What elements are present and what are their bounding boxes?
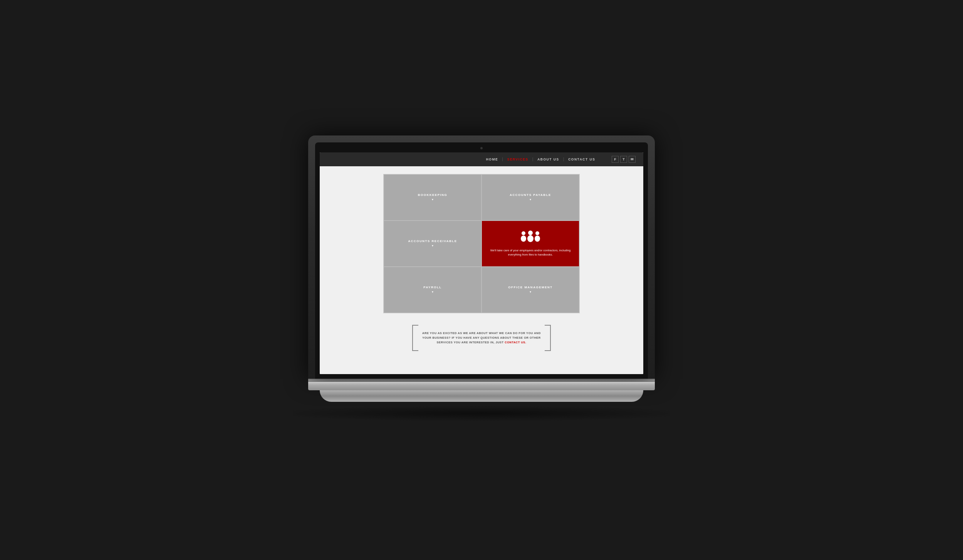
nav-home[interactable]: HOME <box>482 157 502 161</box>
laptop-outer: HOME | SERVICES | ABOUT US | CONTACT US … <box>308 135 655 379</box>
services-grid: BOOKKEEPING ▾ ACCOUNTS PAYABLE ▾ ACCOUNT… <box>383 174 580 313</box>
nav-about[interactable]: ABOUT US <box>534 157 563 161</box>
camera-dot <box>480 147 483 149</box>
nav-bar: HOME | SERVICES | ABOUT US | CONTACT US … <box>320 152 643 166</box>
office-management-arrow: ▾ <box>530 290 531 294</box>
cta-text: ARE YOU AS EXCITED AS WE ARE ABOUT WHAT … <box>421 331 542 345</box>
service-hr[interactable]: We'll take care of your employees and/or… <box>482 221 579 267</box>
laptop-scene: HOME | SERVICES | ABOUT US | CONTACT US … <box>308 135 655 425</box>
email-icon[interactable]: ✉ <box>629 156 636 163</box>
bookkeeping-label: BOOKKEEPING <box>418 193 448 197</box>
nav-services[interactable]: SERVICES <box>503 157 532 161</box>
office-management-label: OFFICE MANAGEMENT <box>508 286 552 289</box>
service-accounts-receivable[interactable]: ACCOUNTS RECEIVABLE ▾ <box>384 221 482 267</box>
accounts-payable-label: ACCOUNTS PAYABLE <box>510 193 551 197</box>
accounts-receivable-arrow: ▾ <box>432 244 433 247</box>
nav-links: HOME | SERVICES | ABOUT US | CONTACT US <box>470 157 612 161</box>
main-content: BOOKKEEPING ▾ ACCOUNTS PAYABLE ▾ ACCOUNT… <box>320 166 643 374</box>
cta-block: ARE YOU AS EXCITED AS WE ARE ABOUT WHAT … <box>412 325 551 351</box>
accounts-receivable-label: ACCOUNTS RECEIVABLE <box>408 239 457 243</box>
payroll-arrow: ▾ <box>432 290 433 294</box>
laptop-foot <box>320 390 643 402</box>
hr-description: We'll take care of your employees and/or… <box>482 249 579 257</box>
svg-point-1 <box>521 236 526 242</box>
facebook-icon[interactable]: F <box>612 156 619 163</box>
screen: HOME | SERVICES | ABOUT US | CONTACT US … <box>320 152 643 374</box>
cta-contact-link[interactable]: CONTACT US. <box>505 341 526 344</box>
svg-point-5 <box>535 236 540 242</box>
payroll-label: PAYROLL <box>423 286 441 289</box>
laptop-base <box>308 382 655 390</box>
svg-point-2 <box>528 231 533 235</box>
service-payroll[interactable]: PAYROLL ▾ <box>384 267 482 313</box>
laptop-hinge <box>308 379 655 382</box>
laptop-bezel: HOME | SERVICES | ABOUT US | CONTACT US … <box>315 142 648 379</box>
service-bookkeeping[interactable]: BOOKKEEPING ▾ <box>384 174 482 221</box>
twitter-icon[interactable]: T <box>620 156 627 163</box>
nav-contact[interactable]: CONTACT US <box>564 157 599 161</box>
svg-point-0 <box>522 231 525 235</box>
service-accounts-payable[interactable]: ACCOUNTS PAYABLE ▾ <box>482 174 579 221</box>
hr-people-icon <box>519 230 542 244</box>
bookkeeping-arrow: ▾ <box>432 198 433 201</box>
cta-bracket-left <box>412 325 418 351</box>
cta-bracket-right <box>545 325 551 351</box>
laptop-shadow <box>293 402 670 425</box>
svg-point-3 <box>527 235 534 242</box>
svg-point-4 <box>535 231 539 235</box>
service-office-management[interactable]: OFFICE MANAGEMENT ▾ <box>482 267 579 313</box>
nav-social-icons: F T ✉ <box>612 156 636 163</box>
accounts-payable-arrow: ▾ <box>530 198 531 201</box>
